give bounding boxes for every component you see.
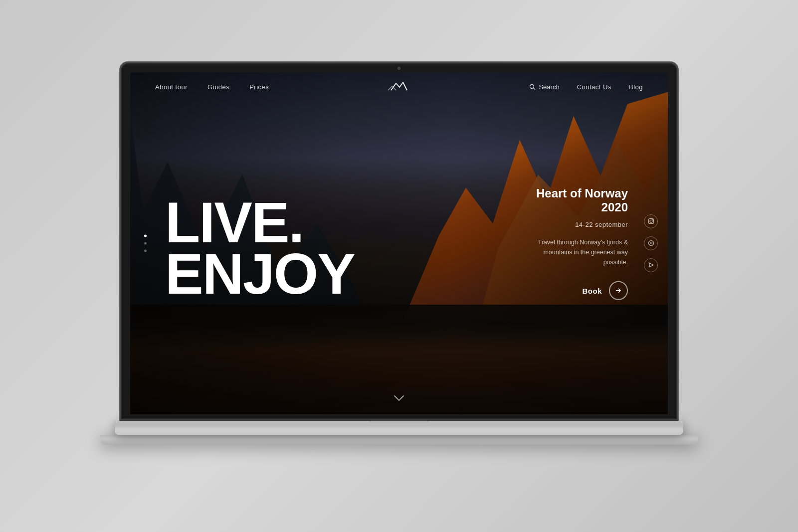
logo-icon xyxy=(387,79,411,93)
laptop-base xyxy=(100,435,698,445)
social-icons xyxy=(644,214,658,272)
svg-line-1 xyxy=(534,88,536,90)
side-dot-2[interactable] xyxy=(144,242,147,244)
arrow-right-icon xyxy=(615,287,622,294)
side-dots xyxy=(144,234,147,252)
side-dot-3[interactable] xyxy=(144,249,147,252)
tour-description: Travel through Norway's fjords & mountai… xyxy=(528,237,628,267)
book-arrow-icon xyxy=(609,281,628,300)
svg-point-0 xyxy=(530,85,534,89)
laptop-frame: About tour Guides Prices xyxy=(120,62,678,421)
hero-line1: LIVE. xyxy=(165,196,355,248)
screen: About tour Guides Prices xyxy=(130,72,668,414)
navigation: About tour Guides Prices xyxy=(130,72,668,102)
hero-content: LIVE. ENJOY xyxy=(165,196,355,300)
laptop-bottom xyxy=(115,421,683,435)
nav-contact[interactable]: Contact Us xyxy=(577,83,611,91)
nav-about-tour[interactable]: About tour xyxy=(155,83,188,91)
tour-title: Heart of Norway 2020 xyxy=(528,186,628,215)
nav-search[interactable]: Search xyxy=(529,83,559,91)
nav-prices[interactable]: Prices xyxy=(249,83,269,91)
nav-left: About tour Guides Prices xyxy=(155,83,269,91)
tour-title-line1: Heart of Norway xyxy=(528,186,628,200)
instagram-icon[interactable] xyxy=(644,214,658,228)
send-icon[interactable] xyxy=(644,258,658,272)
svg-point-6 xyxy=(648,241,653,246)
camera-icon[interactable] xyxy=(644,236,658,250)
logo[interactable] xyxy=(387,79,411,95)
hero-line2: ENJOY xyxy=(165,248,355,300)
book-button[interactable]: Book xyxy=(528,281,628,300)
hero-title: LIVE. ENJOY xyxy=(165,196,355,300)
nav-guides[interactable]: Guides xyxy=(207,83,229,91)
svg-point-7 xyxy=(650,242,652,244)
book-label: Book xyxy=(583,286,602,295)
search-icon xyxy=(529,84,536,90)
svg-point-5 xyxy=(652,219,653,220)
chevron-down-icon xyxy=(394,395,404,402)
side-dot-1[interactable] xyxy=(144,234,147,237)
tour-title-line2: 2020 xyxy=(528,200,628,215)
nav-right: Search Contact Us Blog xyxy=(529,83,643,91)
nav-blog[interactable]: Blog xyxy=(629,83,643,91)
tour-date: 14-22 september xyxy=(528,221,628,228)
scroll-down[interactable] xyxy=(394,394,404,404)
search-label: Search xyxy=(539,83,559,91)
tour-info: Heart of Norway 2020 14-22 september Tra… xyxy=(528,186,628,300)
camera-dot xyxy=(398,67,400,70)
svg-point-4 xyxy=(650,220,652,222)
